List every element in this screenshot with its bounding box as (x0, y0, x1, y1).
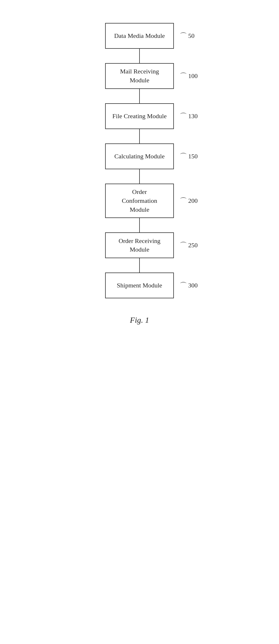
connector-0-1 (139, 49, 140, 63)
data-media-ref: ⌒ 50 (180, 31, 194, 41)
shipment-ref-number: 300 (188, 282, 198, 289)
file-creating-module-label: File Creating Module (112, 112, 166, 121)
module-row-mail-receiving: Mail Receiving Module ⌒ 100 (105, 63, 174, 89)
calculating-module-box: Calculating Module (105, 143, 174, 169)
tilde-icon-6: ⌒ (180, 281, 187, 291)
tilde-icon-4: ⌒ (180, 196, 187, 206)
mail-receiving-module-box: Mail Receiving Module (105, 63, 174, 89)
mail-receiving-ref: ⌒ 100 (180, 71, 198, 81)
order-conformation-ref-number: 200 (188, 197, 198, 205)
module-row-data-media: Data Media Module ⌒ 50 (105, 23, 174, 49)
tilde-icon-3: ⌒ (180, 151, 187, 162)
order-conformation-ref: ⌒ 200 (180, 196, 198, 206)
flow-wrapper: Data Media Module ⌒ 50 Mail Receiving Mo… (105, 23, 174, 298)
tilde-icon-2: ⌒ (180, 111, 187, 121)
order-receiving-module-label: Order Receiving Module (110, 237, 169, 254)
calculating-ref: ⌒ 150 (180, 151, 198, 162)
calculating-ref-number: 150 (188, 153, 198, 160)
file-creating-ref-number: 130 (188, 112, 198, 120)
module-row-calculating: Calculating Module ⌒ 150 (105, 143, 174, 169)
order-conformation-module-box: OrderConformationModule (105, 184, 174, 218)
mail-receiving-ref-number: 100 (188, 72, 198, 80)
connector-2-3 (139, 129, 140, 143)
tilde-icon-0: ⌒ (180, 31, 187, 41)
data-media-module-box: Data Media Module (105, 23, 174, 49)
data-media-ref-number: 50 (188, 32, 194, 40)
module-row-file-creating: File Creating Module ⌒ 130 (105, 103, 174, 129)
connector-4-5 (139, 218, 140, 232)
shipment-module-box: Shipment Module (105, 273, 174, 298)
diagram-container: Data Media Module ⌒ 50 Mail Receiving Mo… (0, 0, 279, 644)
tilde-icon-1: ⌒ (180, 71, 187, 81)
order-receiving-module-box: Order Receiving Module (105, 232, 174, 258)
order-conformation-module-label: OrderConformationModule (122, 188, 157, 214)
connector-1-2 (139, 89, 140, 103)
order-receiving-ref: ⌒ 250 (180, 240, 198, 250)
order-receiving-ref-number: 250 (188, 242, 198, 249)
file-creating-ref: ⌒ 130 (180, 111, 198, 121)
file-creating-module-box: File Creating Module (105, 103, 174, 129)
tilde-icon-5: ⌒ (180, 240, 187, 250)
module-row-order-conformation: OrderConformationModule ⌒ 200 (105, 184, 174, 218)
figure-caption: Fig. 1 (130, 316, 149, 325)
connector-3-4 (139, 169, 140, 184)
mail-receiving-module-label: Mail Receiving Module (110, 67, 169, 85)
connector-5-6 (139, 258, 140, 273)
shipment-module-label: Shipment Module (117, 281, 162, 290)
calculating-module-label: Calculating Module (114, 152, 164, 161)
module-row-shipment: Shipment Module ⌒ 300 (105, 273, 174, 298)
shipment-ref: ⌒ 300 (180, 281, 198, 291)
data-media-module-label: Data Media Module (114, 32, 165, 40)
module-row-order-receiving: Order Receiving Module ⌒ 250 (105, 232, 174, 258)
